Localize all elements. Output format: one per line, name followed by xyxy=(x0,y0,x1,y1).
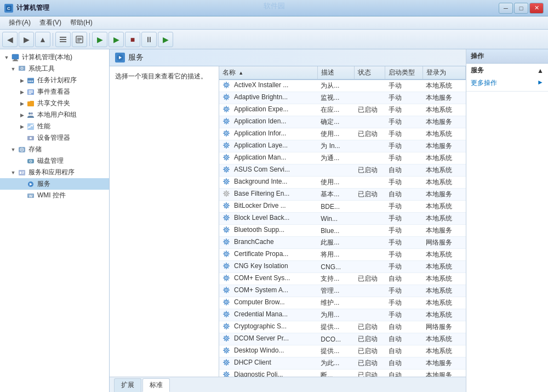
col-status[interactable]: 状态 xyxy=(355,66,385,79)
svg-rect-249 xyxy=(224,324,225,325)
cell-description: BDE... xyxy=(317,201,354,213)
play-button-2[interactable]: ▶ xyxy=(109,32,124,47)
cell-startup: 自动 xyxy=(385,189,423,201)
table-row[interactable]: Desktop Windo... 提供... 已启动 自动 本地系统 xyxy=(219,345,466,357)
sidebar-eventviewer[interactable]: ▶ 事件查看器 xyxy=(0,86,109,98)
cell-logon: 本地服务 xyxy=(423,225,465,237)
table-row[interactable]: Adaptive Brightn... 监视... 手动 本地服务 xyxy=(219,92,466,104)
svg-rect-289 xyxy=(224,372,225,373)
svg-rect-152 xyxy=(227,207,229,208)
cell-logon: 本地系统 xyxy=(423,297,465,309)
maximize-button[interactable]: □ xyxy=(514,3,528,14)
col-logon[interactable]: 登录为 xyxy=(423,66,465,79)
table-row[interactable]: Computer Brow... 维护... 手动 本地系统 xyxy=(219,297,466,309)
col-description[interactable]: 描述 xyxy=(317,66,354,79)
table-row[interactable]: BitLocker Drive ... BDE... 手动 本地系统 xyxy=(219,201,466,213)
collapse-icon[interactable]: ▲ xyxy=(537,67,544,75)
table-row[interactable]: COM+ Event Sys... 支持... 已启动 自动 本地系统 xyxy=(219,273,466,285)
pause-button[interactable]: ⏸ xyxy=(141,32,157,47)
table-row[interactable]: Background Inte... 使用... 手动 本地系统 xyxy=(219,177,466,189)
wmi-icon: W xyxy=(26,191,35,200)
svg-rect-240 xyxy=(228,312,229,313)
sidebar-wmi[interactable]: W WMI 控件 xyxy=(0,190,109,201)
table-row[interactable]: Bluetooth Supp... Blue... 手动 本地服务 xyxy=(219,225,466,237)
svg-rect-189 xyxy=(224,252,225,253)
svg-rect-169 xyxy=(224,228,225,229)
col-startup[interactable]: 启动类型 xyxy=(385,66,423,79)
more-actions-arrow: ► xyxy=(537,78,544,86)
up-button[interactable]: ▲ xyxy=(35,32,50,47)
show-hide-button[interactable] xyxy=(55,32,71,47)
svg-rect-82 xyxy=(227,123,229,124)
svg-rect-3 xyxy=(60,39,66,40)
table-row[interactable]: Base Filtering En... 基本... 已启动 自动 本地服务 xyxy=(219,189,466,201)
svg-rect-91 xyxy=(224,135,225,136)
svg-point-214 xyxy=(226,289,227,291)
tab-extend[interactable]: 扩展 xyxy=(114,378,141,392)
menu-help[interactable]: 帮助(H) xyxy=(66,17,97,29)
sidebar-devicemgr[interactable]: 设备管理器 xyxy=(0,132,109,144)
sidebar-scheduler[interactable]: ▶ 任务计划程序 xyxy=(0,75,109,86)
table-row[interactable]: Certificate Propa... 将用... 手动 本地系统 xyxy=(219,249,466,261)
table-row[interactable]: ActiveX Installer ... 为从... 手动 本地系统 xyxy=(219,79,466,92)
svg-point-134 xyxy=(226,193,227,194)
svg-point-144 xyxy=(226,205,227,206)
table-row[interactable]: DHCP Client 为此... 已启动 自动 本地服务 xyxy=(219,357,466,370)
svg-rect-215 xyxy=(226,287,226,288)
sidebar-sharedfolder[interactable]: ▶ 共享文件夹 xyxy=(0,98,109,109)
table-row[interactable]: ASUS Com Servi... 已启动 自动 本地系统 xyxy=(219,164,466,177)
sidebar-services[interactable]: 服务 xyxy=(0,178,109,190)
svg-rect-258 xyxy=(229,338,230,338)
menu-action[interactable]: 操作(A) xyxy=(4,17,35,29)
table-row[interactable]: Application Laye... 为 In... 手动 本地服务 xyxy=(219,140,466,152)
sidebar-storage[interactable]: ▼ 存储 xyxy=(0,144,109,155)
watermark: 软件园 xyxy=(264,1,285,11)
cell-startup: 手动 xyxy=(385,128,423,140)
play-button-1[interactable]: ▶ xyxy=(92,32,107,47)
table-row[interactable]: BranchCache 此服... 手动 网络服务 xyxy=(219,237,466,249)
cell-name: COM+ System A... xyxy=(219,285,317,297)
svg-rect-227 xyxy=(223,302,225,302)
more-actions-link[interactable]: 更多操作 ► xyxy=(471,77,544,89)
svg-rect-217 xyxy=(223,289,225,290)
svg-rect-59 xyxy=(224,95,225,96)
table-row[interactable]: Credential Mana... 为用... 手动 本地系统 xyxy=(219,309,466,321)
services-table-area[interactable]: 名称 ▲ 描述 状态 启动类型 xyxy=(219,66,466,377)
sidebar-localusers[interactable]: ▶ 本地用户和组 xyxy=(0,109,109,121)
restart-button[interactable]: ▶ xyxy=(158,32,173,47)
sidebar-diskmgmt[interactable]: 磁盘管理 xyxy=(0,155,109,167)
table-row[interactable]: DCOM Server Pr... DCO... 已启动 自动 本地系统 xyxy=(219,333,466,345)
sidebar-services-apps[interactable]: ▼ 服务和应用程序 xyxy=(0,167,109,178)
table-row[interactable]: Cryptographic S... 提供... 已启动 自动 网络服务 xyxy=(219,321,466,333)
minimize-button[interactable]: ─ xyxy=(499,3,513,14)
table-row[interactable]: COM+ System A... 管理... 手动 本地系统 xyxy=(219,285,466,297)
table-row[interactable]: Diagnostic Poli... 断... 已启动 自动 本地服务 xyxy=(219,370,466,377)
sidebar-root[interactable]: ▼ 计算机管理(本地) xyxy=(0,52,109,63)
properties-button[interactable] xyxy=(72,32,87,47)
table-row[interactable]: Application Iden... 确定... 手动 本地服务 xyxy=(219,116,466,128)
stop-button[interactable]: ■ xyxy=(125,32,140,47)
split-pane: 选择一个项目来查看它的描述。 名称 ▲ 描述 xyxy=(110,66,466,377)
services-header-icon xyxy=(115,53,125,63)
svg-rect-256 xyxy=(226,340,226,342)
table-row[interactable]: CNG Key Isolation CNG... 手动 本地系统 xyxy=(219,261,466,273)
close-button[interactable]: ✕ xyxy=(529,3,544,14)
svg-point-94 xyxy=(226,145,227,146)
back-button[interactable]: ◀ xyxy=(2,32,18,47)
sidebar-system-tools[interactable]: ▼ 系统工具 xyxy=(0,63,109,75)
toolbar-separator-1 xyxy=(53,33,53,46)
menu-view[interactable]: 查看(V) xyxy=(35,17,66,29)
sidebar-performance[interactable]: ▶ 性能 xyxy=(0,121,109,132)
cell-name: Desktop Windo... xyxy=(219,345,317,357)
col-name[interactable]: 名称 ▲ xyxy=(219,66,317,79)
svg-rect-225 xyxy=(226,299,226,300)
sidebar-wmi-label: WMI 控件 xyxy=(37,191,66,200)
cell-logon: 本地系统 xyxy=(423,79,465,92)
table-row[interactable]: Application Man... 为通... 手动 本地系统 xyxy=(219,152,466,164)
table-row[interactable]: Application Infor... 使用... 已启动 手动 本地系统 xyxy=(219,128,466,140)
forward-button[interactable]: ▶ xyxy=(19,32,34,47)
cell-startup: 自动 xyxy=(385,273,423,285)
table-row[interactable]: Application Expe... 在应... 已启动 手动 本地系统 xyxy=(219,104,466,116)
tab-standard[interactable]: 标准 xyxy=(142,378,170,392)
table-row[interactable]: Block Level Back... Win... 手动 本地系统 xyxy=(219,213,466,225)
